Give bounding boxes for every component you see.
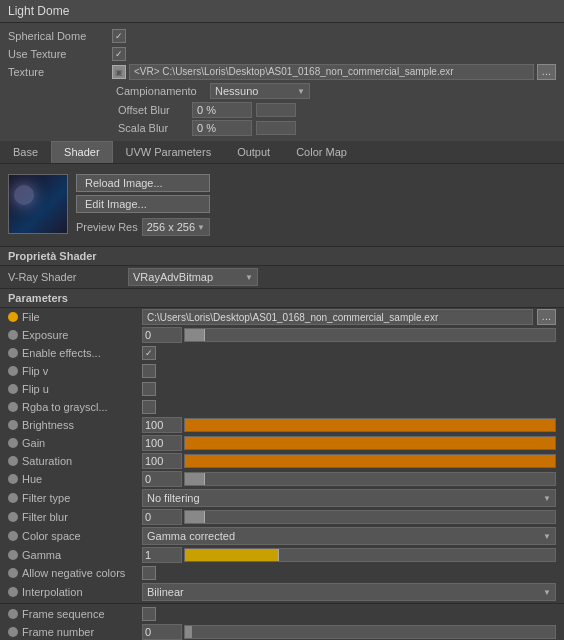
saturation-slider[interactable] (184, 454, 556, 468)
file-browse-button[interactable]: ... (537, 309, 556, 325)
shader-preview-image (8, 174, 68, 234)
gamma-slider[interactable] (184, 548, 556, 562)
saturation-label: Saturation (8, 455, 138, 467)
flip-v-label: Flip v (8, 365, 138, 377)
gamma-label: Gamma (8, 549, 138, 561)
interpolation-dropdown[interactable]: Bilinear ▼ (142, 583, 556, 601)
frame-number-indicator (8, 627, 18, 637)
parameters-header: Parameters (0, 288, 564, 308)
frame-number-input[interactable] (142, 624, 182, 640)
exposure-label: Exposure (8, 329, 138, 341)
campionamento-arrow: ▼ (297, 87, 305, 96)
scala-blur-input[interactable] (192, 120, 252, 136)
exposure-input[interactable] (142, 327, 182, 343)
vray-shader-arrow: ▼ (245, 273, 253, 282)
filter-type-label: Filter type (8, 492, 138, 504)
file-indicator (8, 312, 18, 322)
offset-blur-input[interactable] (192, 102, 252, 118)
interpolation-label: Interpolation (8, 586, 138, 598)
tab-base[interactable]: Base (0, 141, 51, 163)
tab-bar: Base Shader UVW Parameters Output Color … (0, 141, 564, 164)
saturation-indicator (8, 456, 18, 466)
color-space-indicator (8, 531, 18, 541)
allow-neg-checkbox[interactable] (142, 566, 156, 580)
allow-neg-label: Allow negative colors (8, 567, 138, 579)
frame-number-label: Frame number (8, 626, 138, 638)
scala-blur-slider[interactable] (256, 121, 296, 135)
use-texture-label: Use Texture (8, 48, 108, 60)
hue-input[interactable] (142, 471, 182, 487)
hue-slider[interactable] (184, 472, 556, 486)
tab-shader[interactable]: Shader (51, 141, 112, 163)
flip-u-checkbox[interactable] (142, 382, 156, 396)
vray-shader-label: V-Ray Shader (8, 271, 128, 283)
texture-label: Texture (8, 66, 108, 78)
hue-label: Hue (8, 473, 138, 485)
gain-label: Gain (8, 437, 138, 449)
frame-sequence-checkbox[interactable] (142, 607, 156, 621)
offset-blur-label: Offset Blur (118, 104, 188, 116)
interpolation-indicator (8, 587, 18, 597)
preview-res-arrow: ▼ (197, 223, 205, 232)
frame-sequence-indicator (8, 609, 18, 619)
tab-colormap[interactable]: Color Map (283, 141, 360, 163)
use-texture-checkbox[interactable] (112, 47, 126, 61)
enable-effects-label: Enable effects... (8, 347, 138, 359)
frame-sequence-label: Frame sequence (8, 608, 138, 620)
color-space-arrow: ▼ (543, 532, 551, 541)
brightness-slider[interactable] (184, 418, 556, 432)
brightness-input[interactable] (142, 417, 182, 433)
texture-path: <VR> C:\Users\Loris\Desktop\AS01_0168_no… (129, 64, 534, 80)
preview-res-label: Preview Res (76, 221, 138, 233)
brightness-indicator (8, 420, 18, 430)
allow-neg-indicator (8, 568, 18, 578)
interpolation-arrow: ▼ (543, 588, 551, 597)
preview-res-dropdown[interactable]: 256 x 256 ▼ (142, 218, 210, 236)
gain-slider[interactable] (184, 436, 556, 450)
reload-image-button[interactable]: Reload Image... (76, 174, 210, 192)
gain-input[interactable] (142, 435, 182, 451)
enable-effects-checkbox[interactable] (142, 346, 156, 360)
filter-type-indicator (8, 493, 18, 503)
texture-indicator: ▣ (112, 65, 126, 79)
panel-title: Light Dome (0, 0, 564, 23)
rgba-indicator (8, 402, 18, 412)
exposure-indicator (8, 330, 18, 340)
flip-u-indicator (8, 384, 18, 394)
filter-blur-label: Filter blur (8, 511, 138, 523)
offset-blur-slider[interactable] (256, 103, 296, 117)
campionamento-dropdown[interactable]: Nessuno ▼ (210, 83, 310, 99)
filter-blur-slider[interactable] (184, 510, 556, 524)
filter-blur-input[interactable] (142, 509, 182, 525)
saturation-input[interactable] (142, 453, 182, 469)
gamma-indicator (8, 550, 18, 560)
tab-uvw[interactable]: UVW Parameters (113, 141, 225, 163)
file-label: File (8, 311, 138, 323)
color-space-dropdown[interactable]: Gamma corrected ▼ (142, 527, 556, 545)
spherical-dome-label: Spherical Dome (8, 30, 108, 42)
gamma-input[interactable] (142, 547, 182, 563)
spherical-dome-checkbox[interactable] (112, 29, 126, 43)
proprietà-header: Proprietà Shader (0, 246, 564, 266)
enable-effects-indicator (8, 348, 18, 358)
scala-blur-label: Scala Blur (118, 122, 188, 134)
flip-v-checkbox[interactable] (142, 364, 156, 378)
filter-type-arrow: ▼ (543, 494, 551, 503)
tab-output[interactable]: Output (224, 141, 283, 163)
rgba-label: Rgba to grayscl... (8, 401, 138, 413)
filter-blur-indicator (8, 512, 18, 522)
color-space-label: Color space (8, 530, 138, 542)
rgba-checkbox[interactable] (142, 400, 156, 414)
flip-v-indicator (8, 366, 18, 376)
gain-indicator (8, 438, 18, 448)
campionamento-label: Campionamento (116, 85, 206, 97)
exposure-slider[interactable] (184, 328, 556, 342)
filter-type-dropdown[interactable]: No filtering ▼ (142, 489, 556, 507)
texture-browse-button[interactable]: ... (537, 64, 556, 80)
brightness-label: Brightness (8, 419, 138, 431)
file-input[interactable] (142, 309, 533, 325)
vray-shader-dropdown[interactable]: VRayAdvBitmap ▼ (128, 268, 258, 286)
frame-number-slider[interactable] (184, 625, 556, 639)
flip-u-label: Flip u (8, 383, 138, 395)
edit-image-button[interactable]: Edit Image... (76, 195, 210, 213)
